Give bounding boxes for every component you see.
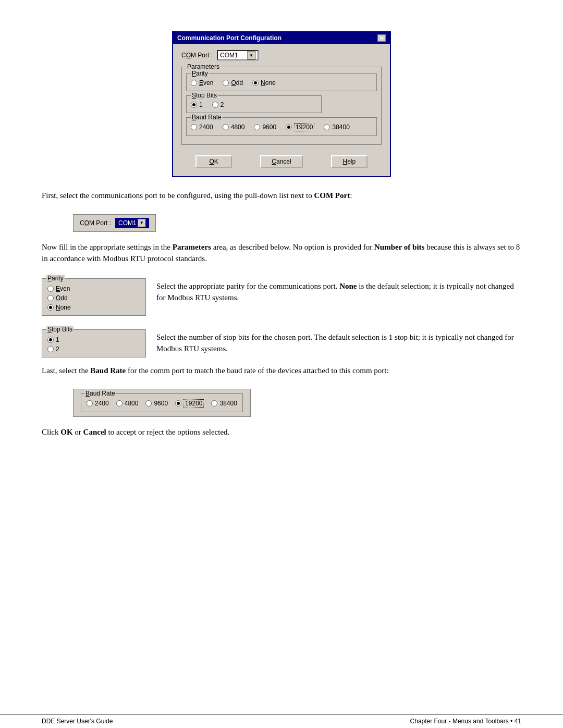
text2-mid: area, as described below. No option is p… [211, 243, 374, 251]
stop-bits-1[interactable]: 1 [191, 101, 203, 108]
stop-bits-2[interactable]: 2 [212, 101, 224, 108]
baud-inline-19200[interactable]: 19200 [175, 399, 204, 408]
parity-odd-label: Odd [231, 79, 243, 87]
baud-2400[interactable]: 2400 [191, 124, 213, 131]
baud-rate-group-title: Baud Rate [191, 114, 223, 121]
paragraph-4: Click OK or Cancel to accept or reject t… [42, 426, 521, 438]
small-parity-even-radio[interactable] [47, 286, 54, 292]
footer-left: DDE Server User's Guide [42, 718, 113, 725]
baud-9600[interactable]: 9600 [254, 124, 276, 131]
baud-2400-radio[interactable] [191, 124, 197, 130]
parity-none-radio[interactable] [252, 80, 259, 86]
baud-2400-label: 2400 [199, 124, 213, 131]
text4-mid: or [73, 428, 83, 436]
text2-start: Now fill in the appropriate settings in … [42, 243, 173, 251]
stop-bits-small-group: Stop Bits 1 2 [42, 329, 146, 357]
help-button[interactable]: Help [331, 155, 368, 168]
parity-left-col: Parity Even Odd None [42, 278, 146, 316]
baud-inline-4800-radio[interactable] [116, 400, 123, 406]
small-stop-2-radio[interactable] [47, 346, 54, 352]
baud-4800[interactable]: 4800 [223, 124, 245, 131]
inline-com-combobox[interactable]: COM1 ▼ [115, 218, 149, 228]
text4-start: Click [42, 428, 60, 436]
baud-inline-38400-label: 38400 [219, 400, 237, 407]
paragraph-1: First, select the communications port to… [42, 190, 521, 202]
small-stop-1[interactable]: 1 [47, 336, 140, 343]
baud-inline-2400-label: 2400 [95, 400, 109, 407]
stop-bits-2-radio[interactable] [212, 102, 218, 108]
small-parity-none[interactable]: None [47, 304, 140, 311]
small-parity-odd[interactable]: Odd [47, 294, 140, 302]
dialog-body: COM Port : COM1 ▼ Parameters P [173, 44, 390, 176]
dialog-close-button[interactable]: ✕ [377, 34, 386, 42]
text2-bold1: Parameters [173, 243, 211, 251]
baud-4800-radio[interactable] [223, 124, 229, 130]
stop-bits-desc: Select the number of stop bits for the c… [156, 333, 514, 353]
baud-inline-19200-label: 19200 [183, 399, 204, 408]
com-port-dropdown-arrow[interactable]: ▼ [247, 51, 255, 59]
footer-right: Chapter Four - Menus and Toolbars • 41 [410, 718, 521, 725]
baud-inline-group: Baud Rate 2400 4800 9600 [81, 393, 243, 412]
baud-38400-label: 38400 [332, 124, 349, 131]
parity-even-label: Even [199, 79, 213, 87]
baud-inline-9600-label: 9600 [154, 400, 168, 407]
stop-bits-1-radio[interactable] [191, 102, 197, 108]
inline-com-arrow[interactable]: ▼ [138, 219, 146, 227]
small-stop-1-label: 1 [56, 336, 59, 343]
dialog-wrapper: Communication Port Configuration ✕ COM P… [42, 31, 521, 177]
stop-bits-section: Stop Bits 1 2 Select the number of stop … [42, 329, 521, 357]
small-parity-none-radio[interactable] [47, 304, 54, 311]
baud-inline-2400-radio[interactable] [87, 400, 93, 406]
text4-bold2: Cancel [83, 428, 106, 436]
small-parity-even[interactable]: Even [47, 285, 140, 292]
stop-bits-small-group-title: Stop Bits [46, 326, 74, 333]
com-port-combobox[interactable]: COM1 ▼ [217, 50, 259, 60]
paragraph-2: Now fill in the appropriate settings in … [42, 241, 521, 265]
parity-none-label: None [261, 79, 276, 87]
baud-38400-radio[interactable] [324, 124, 330, 130]
small-parity-none-label: None [56, 304, 71, 311]
parity-right-col: Select the appropriate parity for the co… [156, 278, 521, 316]
baud-inline-19200-radio[interactable] [175, 400, 181, 406]
text3-bold: Baud Rate [90, 366, 126, 375]
small-parity-odd-label: Odd [56, 294, 68, 302]
parity-desc-start: Select the appropriate parity for the co… [156, 282, 339, 290]
parameters-group-title: Parameters [186, 63, 221, 70]
baud-inline-9600-radio[interactable] [145, 400, 152, 406]
parity-even[interactable]: Even [191, 79, 213, 87]
parity-radio-row: Even Odd None [191, 76, 372, 87]
baud-19200-radio[interactable] [286, 124, 292, 130]
baud-38400[interactable]: 38400 [324, 124, 349, 131]
text4-bold1: OK [60, 428, 72, 436]
parity-odd[interactable]: Odd [223, 79, 243, 87]
text3-end: for the comm port to match the baud rate… [126, 366, 388, 375]
baud-inline-2400[interactable]: 2400 [87, 400, 109, 407]
com-port-value: COM1 [220, 52, 246, 59]
stop-bits-group: Stop Bits 1 2 [186, 95, 322, 113]
cancel-button[interactable]: Cancel [260, 155, 302, 168]
baud-9600-radio[interactable] [254, 124, 260, 130]
baud-4800-label: 4800 [231, 124, 245, 131]
parity-none[interactable]: None [252, 79, 276, 87]
parity-odd-radio[interactable] [223, 80, 229, 86]
small-stop-2[interactable]: 2 [47, 346, 140, 353]
baud-inline-4800[interactable]: 4800 [116, 400, 139, 407]
stop-bits-2-label: 2 [221, 101, 224, 108]
small-parity-odd-radio[interactable] [47, 295, 54, 301]
baud-inline-38400-radio[interactable] [211, 400, 217, 406]
dialog-titlebar: Communication Port Configuration ✕ [173, 32, 390, 44]
text3-start: Last, select the [42, 366, 90, 375]
ok-button[interactable]: OK [195, 155, 232, 168]
small-stop-1-radio[interactable] [47, 337, 54, 343]
stop-bits-1-label: 1 [199, 101, 203, 108]
com-port-row: COM Port : COM1 ▼ [181, 50, 382, 60]
text4-end: to accept or reject the options selected… [106, 428, 230, 436]
baud-inline-9600[interactable]: 9600 [145, 400, 168, 407]
parity-even-radio[interactable] [191, 80, 197, 86]
baud-inline-38400[interactable]: 38400 [211, 400, 237, 407]
paragraph-3: Last, select the Baud Rate for the comm … [42, 365, 521, 377]
baud-19200[interactable]: 19200 [286, 123, 314, 131]
text2-bold2: Number of bits [374, 243, 424, 251]
parity-small-group: Parity Even Odd None [42, 278, 146, 316]
stop-bits-radio-row: 1 2 [191, 98, 317, 108]
